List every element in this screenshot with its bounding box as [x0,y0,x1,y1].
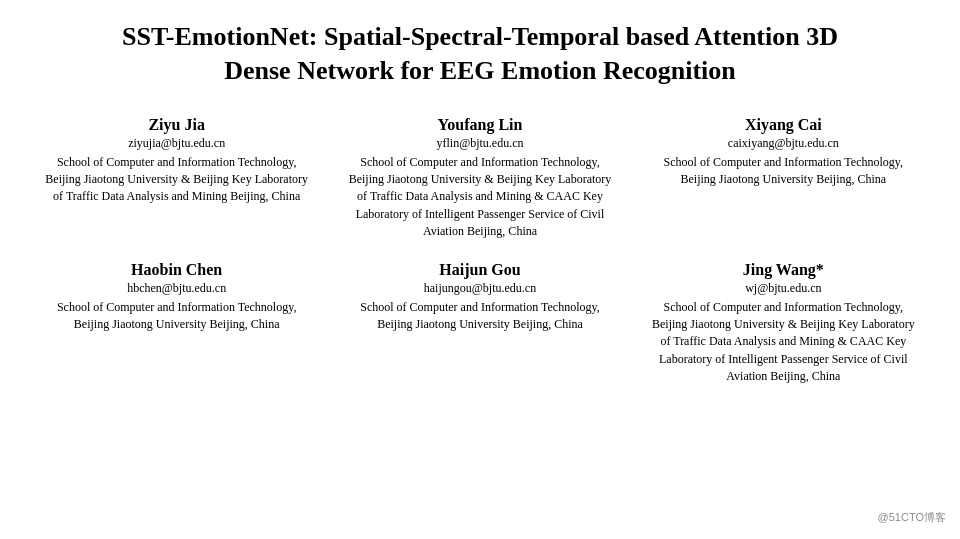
main-title: SST-EmotionNet: Spatial-Spectral-Tempora… [30,20,930,88]
author-name-5: Jing Wang* [647,261,920,279]
author-email-2: caixiyang@bjtu.edu.cn [647,136,920,151]
author-card-5: Jing Wang*wj@bjtu.edu.cnSchool of Comput… [637,261,930,386]
author-card-4: Haijun Gouhaijungou@bjtu.edu.cnSchool of… [333,261,626,386]
author-card-3: Haobin Chenhbchen@bjtu.edu.cnSchool of C… [30,261,323,386]
author-email-0: ziyujia@bjtu.edu.cn [40,136,313,151]
author-name-1: Youfang Lin [343,116,616,134]
author-card-2: Xiyang Caicaixiyang@bjtu.edu.cnSchool of… [637,116,930,241]
author-email-1: yflin@bjtu.edu.cn [343,136,616,151]
author-email-5: wj@bjtu.edu.cn [647,281,920,296]
author-email-4: haijungou@bjtu.edu.cn [343,281,616,296]
title-line2: Dense Network for EEG Emotion Recognitio… [30,54,930,88]
author-affiliation-3: School of Computer and Information Techn… [40,299,313,334]
author-affiliation-5: School of Computer and Information Techn… [647,299,920,386]
author-affiliation-1: School of Computer and Information Techn… [343,154,616,241]
author-card-1: Youfang Linyflin@bjtu.edu.cnSchool of Co… [333,116,626,241]
author-email-3: hbchen@bjtu.edu.cn [40,281,313,296]
title-line1: SST-EmotionNet: Spatial-Spectral-Tempora… [30,20,930,54]
page: SST-EmotionNet: Spatial-Spectral-Tempora… [0,0,960,539]
author-name-2: Xiyang Cai [647,116,920,134]
author-name-3: Haobin Chen [40,261,313,279]
author-affiliation-0: School of Computer and Information Techn… [40,154,313,206]
author-name-0: Ziyu Jia [40,116,313,134]
author-card-0: Ziyu Jiaziyujia@bjtu.edu.cnSchool of Com… [30,116,323,241]
author-affiliation-4: School of Computer and Information Techn… [343,299,616,334]
title-section: SST-EmotionNet: Spatial-Spectral-Tempora… [30,20,930,88]
authors-grid: Ziyu Jiaziyujia@bjtu.edu.cnSchool of Com… [30,116,930,386]
watermark: @51CTO博客 [878,510,946,525]
author-affiliation-2: School of Computer and Information Techn… [647,154,920,189]
author-name-4: Haijun Gou [343,261,616,279]
